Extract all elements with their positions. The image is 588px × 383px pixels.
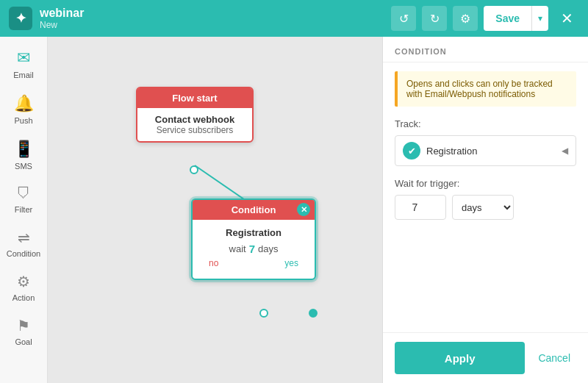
filter-icon: ⛉ [16,185,31,202]
action-icon: ⚙ [17,273,30,290]
checkmark-icon: ✔ [408,146,416,157]
canvas[interactable]: Flow start Contact webhook Service subsc… [48,37,382,383]
main-layout: ✉ Email 🔔 Push 📱 SMS ⛉ Filter ⇌ Conditio… [0,37,588,383]
settings-button[interactable]: ⚙ [453,6,478,31]
sidebar-label-sms: SMS [15,162,32,171]
sidebar-label-action: Action [12,293,35,302]
subscribers-label: Service subscribers [143,125,246,135]
save-group: Save ▾ [484,6,548,31]
sidebar-item-action[interactable]: ⚙ Action [4,267,44,308]
sidebar-item-email[interactable]: ✉ Email [4,43,44,85]
header-left: ✦ webinar New [9,7,84,30]
sidebar-label-email: Email [13,71,34,79]
sidebar-label-goal: Goal [15,337,32,346]
close-icon: ✕ [561,10,573,27]
condition-wait-row: wait 7 days [200,243,307,255]
undo-icon: ↺ [399,12,409,26]
connector-dot-no [259,309,268,318]
sidebar-item-goal[interactable]: ⚑ Goal [4,311,44,352]
track-label: Track: [395,118,576,129]
panel-footer: Apply Cancel [383,332,588,383]
wait-trigger-label: Wait for trigger: [395,178,576,189]
header-actions: ↺ ↻ ⚙ Save ▾ ✕ [391,6,579,31]
apply-button[interactable]: Apply [395,342,525,374]
sidebar-label-condition: Condition [7,249,40,258]
sidebar: ✉ Email 🔔 Push 📱 SMS ⛉ Filter ⇌ Conditio… [0,37,48,383]
flow-start-node[interactable]: Flow start Contact webhook Service subsc… [136,87,254,143]
yes-label: yes [284,258,298,268]
save-button[interactable]: Save [484,6,531,31]
connector-dot-start [190,165,198,174]
panel-content: Opens and clicks can only be tracked wit… [383,62,588,332]
wait-number: 7 [249,243,255,255]
app-subtitle: New [40,20,84,30]
sidebar-item-filter[interactable]: ⛉ Filter [4,179,44,220]
condition-header: Condition ✕ [193,200,315,220]
sidebar-item-condition[interactable]: ⇌ Condition [4,223,44,264]
condition-title: Registration [200,227,307,238]
sidebar-item-sms[interactable]: 📱 SMS [4,134,44,176]
track-select[interactable]: ✔ Registration ◀ [395,135,576,166]
email-icon: ✉ [17,49,30,68]
wait-input-row: minutes hours days weeks [395,195,576,220]
push-icon: 🔔 [14,94,34,113]
wait-unit: days [258,243,278,254]
app-name: webinar [40,7,84,20]
connector-dot-yes [309,309,318,318]
app-header: ✦ webinar New ↺ ↻ ⚙ Save ▾ ✕ [0,0,588,37]
condition-close-button[interactable]: ✕ [297,203,310,216]
track-value: Registration [426,146,477,157]
settings-icon: ⚙ [460,12,470,26]
goal-icon: ⚑ [17,317,30,334]
wait-unit-select[interactable]: minutes hours days weeks [452,195,514,220]
track-icon: ✔ [403,142,420,160]
panel-section-title: CONDITION [383,37,588,62]
warning-box: Opens and clicks can only be tracked wit… [395,71,576,107]
no-label: no [209,258,218,268]
webhook-label: Contact webhook [143,114,246,125]
app-logo: ✦ [9,7,32,30]
close-button[interactable]: ✕ [554,6,579,31]
chevron-down-icon: ▾ [538,13,542,24]
redo-icon: ↻ [430,12,440,26]
condition-header-label: Condition [232,204,276,215]
sidebar-label-filter: Filter [15,205,32,214]
condition-node[interactable]: Condition ✕ Registration wait 7 days no … [191,198,316,280]
sidebar-label-push: Push [14,116,32,125]
redo-button[interactable]: ↻ [422,6,447,31]
track-select-left: ✔ Registration [403,142,477,160]
sidebar-item-push[interactable]: 🔔 Push [4,88,44,131]
save-dropdown-button[interactable]: ▾ [531,6,548,31]
sms-icon: 📱 [14,140,34,159]
condition-icon: ⇌ [18,229,30,246]
flow-start-header: Flow start [137,88,252,108]
condition-body: Registration wait 7 days no yes [193,220,315,279]
flow-start-body: Contact webhook Service subscribers [137,108,252,141]
cancel-button[interactable]: Cancel [532,352,576,364]
wait-number-input[interactable] [395,195,446,220]
header-title: webinar New [40,7,84,30]
right-panel: CONDITION Opens and clicks can only be t… [382,37,588,383]
wait-label: wait [229,243,246,254]
warning-text: Opens and clicks can only be tracked wit… [406,79,553,99]
undo-button[interactable]: ↺ [391,6,416,31]
track-arrow-icon: ◀ [562,146,568,156]
condition-outcome-labels: no yes [200,255,307,271]
